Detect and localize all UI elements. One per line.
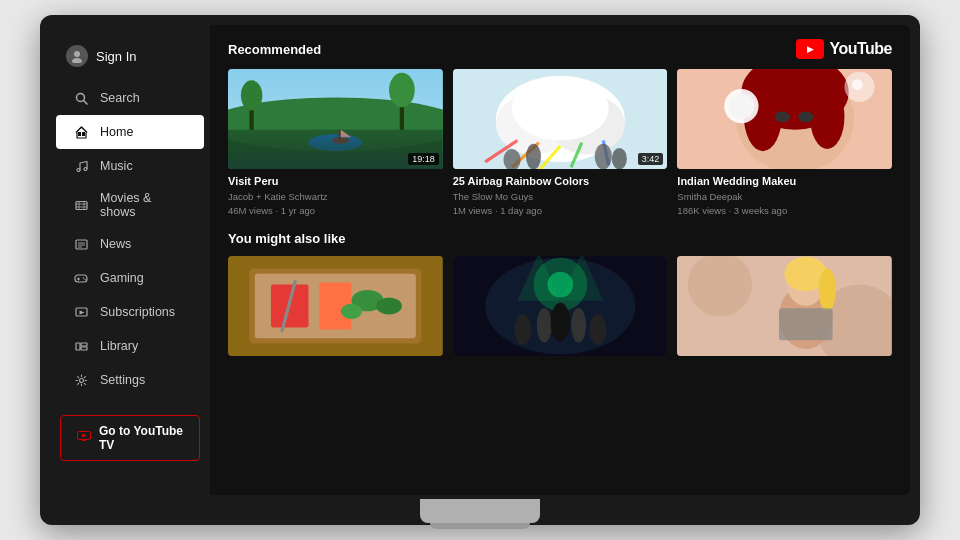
video-title-airbag: 25 Airbag Rainbow Colors — [453, 174, 668, 188]
video-channel-airbag: The Slow Mo Guys — [453, 190, 668, 203]
video-card-airbag[interactable]: 3:42 25 Airbag Rainbow Colors The Slow M… — [453, 69, 668, 217]
svg-point-56 — [612, 148, 627, 169]
video-thumb-person — [677, 256, 892, 356]
subscriptions-icon — [72, 303, 90, 321]
settings-icon — [72, 371, 90, 389]
video-info-airbag: 25 Airbag Rainbow Colors The Slow Mo Guy… — [453, 174, 668, 217]
svg-point-62 — [775, 111, 790, 122]
svg-point-82 — [536, 308, 551, 342]
svg-point-55 — [594, 144, 611, 169]
video-thumb-cooking — [228, 256, 443, 356]
svg-rect-4 — [78, 132, 81, 136]
video-thumb-wedding — [677, 69, 892, 169]
news-icon — [72, 235, 90, 253]
video-stats-wedding: 186K views · 3 weeks ago — [677, 204, 892, 217]
home-icon — [72, 123, 90, 141]
svg-point-7 — [84, 167, 87, 170]
svg-point-35 — [309, 134, 363, 151]
svg-point-0 — [74, 51, 80, 57]
go-to-youtube-tv-button[interactable]: Go to YouTube TV — [60, 415, 200, 461]
sidebar-item-news[interactable]: News — [56, 227, 204, 261]
video-title-wedding: Indian Wedding Makeu — [677, 174, 892, 188]
video-duration-peru: 19:18 — [408, 153, 439, 165]
movies-label: Movies & shows — [100, 191, 188, 219]
video-channel-peru: Jacob + Katie Schwartz — [228, 190, 443, 203]
video-card-wedding[interactable]: Indian Wedding Makeu Smitha Deepak 186K … — [677, 69, 892, 217]
svg-point-85 — [589, 314, 606, 344]
video-duration-airbag: 3:42 — [638, 153, 664, 165]
recommended-title: Recommended — [228, 42, 321, 57]
sidebar-user[interactable]: Sign In — [50, 39, 210, 81]
svg-point-83 — [550, 303, 569, 342]
video-card-dance[interactable] — [453, 256, 668, 356]
svg-rect-5 — [82, 132, 85, 136]
svg-point-20 — [83, 277, 84, 278]
svg-line-3 — [83, 100, 87, 104]
svg-rect-25 — [81, 343, 87, 346]
svg-point-95 — [819, 268, 836, 311]
user-icon — [66, 45, 88, 67]
svg-marker-42 — [341, 130, 352, 138]
svg-rect-17 — [75, 275, 87, 282]
tv-outer: Sign In Search — [40, 15, 920, 525]
video-card-cooking[interactable] — [228, 256, 443, 356]
sidebar-item-gaming[interactable]: Gaming — [56, 261, 204, 295]
youtube-logo-icon — [796, 39, 824, 59]
svg-rect-24 — [76, 343, 80, 350]
sign-in-label: Sign In — [96, 49, 136, 64]
youtube-tv-icon — [77, 431, 91, 445]
svg-point-33 — [228, 98, 443, 152]
svg-point-39 — [389, 73, 415, 107]
video-thumb-airbag: 3:42 — [453, 69, 668, 169]
svg-marker-29 — [82, 434, 87, 438]
also-like-title: You might also like — [228, 231, 346, 246]
video-stats-peru: 46M views · 1 yr ago — [228, 204, 443, 217]
video-card-peru[interactable]: 19:18 Visit Peru Jacob + Katie Schwartz … — [228, 69, 443, 217]
sidebar-item-subscriptions[interactable]: Subscriptions — [56, 295, 204, 329]
music-icon — [72, 157, 90, 175]
sidebar-item-movies[interactable]: Movies & shows — [56, 183, 204, 227]
video-channel-wedding: Smitha Deepak — [677, 190, 892, 203]
sidebar-item-music[interactable]: Music — [56, 149, 204, 183]
youtube-tv-label: Go to YouTube TV — [99, 424, 183, 452]
video-thumb-peru: 19:18 — [228, 69, 443, 169]
gaming-icon — [72, 269, 90, 287]
movies-icon — [72, 196, 90, 214]
recommended-grid: 19:18 Visit Peru Jacob + Katie Schwartz … — [228, 69, 892, 217]
svg-rect-41 — [339, 130, 341, 141]
sidebar-item-search[interactable]: Search — [56, 81, 204, 115]
svg-point-1 — [72, 58, 82, 63]
svg-rect-26 — [81, 347, 87, 350]
svg-point-75 — [341, 304, 362, 319]
gaming-label: Gaming — [100, 271, 144, 285]
svg-point-6 — [77, 168, 80, 171]
svg-rect-8 — [76, 201, 87, 209]
also-like-header: You might also like — [228, 231, 892, 246]
svg-rect-96 — [779, 308, 833, 340]
svg-rect-13 — [76, 240, 87, 249]
video-thumb-dance — [453, 256, 668, 356]
video-card-person[interactable] — [677, 256, 892, 356]
svg-marker-23 — [79, 310, 84, 314]
video-title-peru: Visit Peru — [228, 174, 443, 188]
youtube-logo: YouTube — [796, 39, 892, 59]
youtube-logo-text: YouTube — [829, 40, 892, 58]
svg-point-84 — [571, 308, 586, 342]
sidebar-item-library[interactable]: Library — [56, 329, 204, 363]
sidebar-item-home[interactable]: Home — [56, 115, 204, 149]
sidebar-item-settings[interactable]: Settings — [56, 363, 204, 397]
svg-point-74 — [376, 297, 402, 314]
video-info-peru: Visit Peru Jacob + Katie Schwartz 46M vi… — [228, 174, 443, 217]
video-info-wedding: Indian Wedding Makeu Smitha Deepak 186K … — [677, 174, 892, 217]
library-icon — [72, 337, 90, 355]
svg-point-67 — [852, 79, 863, 90]
video-stats-airbag: 1M views · 1 day ago — [453, 204, 668, 217]
tv-screen: Sign In Search — [50, 25, 910, 495]
svg-point-21 — [84, 278, 85, 279]
svg-point-65 — [729, 93, 755, 119]
also-like-grid — [228, 256, 892, 356]
music-label: Music — [100, 159, 133, 173]
svg-point-61 — [810, 85, 844, 149]
home-label: Home — [100, 125, 133, 139]
svg-point-27 — [79, 378, 83, 382]
